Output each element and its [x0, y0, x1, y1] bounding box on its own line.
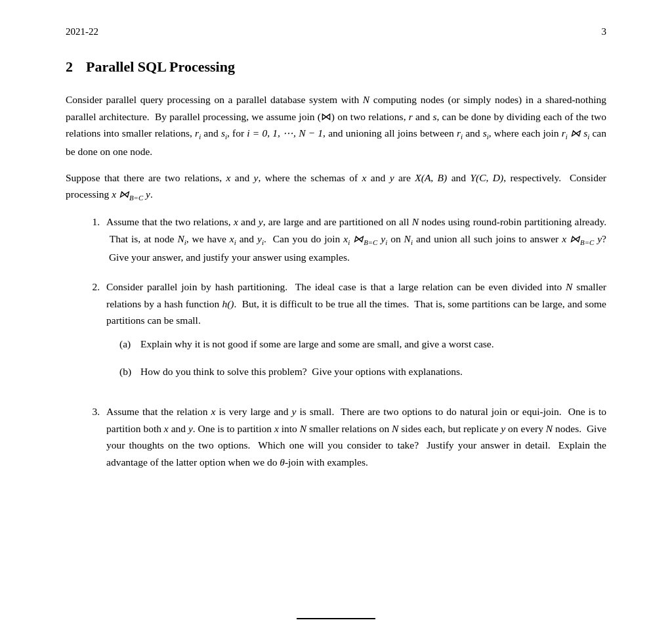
- var-yi: yi: [257, 233, 264, 244]
- sub-item-2b: (b) How do you think to solve this probl…: [119, 363, 606, 380]
- section-number: 2: [66, 58, 73, 76]
- list-num-2: 2.: [85, 278, 100, 390]
- section-heading: 2 Parallel SQL Processing: [66, 58, 606, 76]
- hash-fn: h(): [222, 298, 234, 309]
- join-ri-si: ri ⋈ si: [562, 127, 590, 139]
- page-number: 3: [602, 26, 607, 37]
- page-header: 2021-22 3: [66, 26, 606, 37]
- var-y2: y: [390, 172, 394, 183]
- list-content-1: Assume that the two relations, x and y, …: [106, 213, 606, 265]
- sub-list-2: (a) Explain why it is not good if some a…: [119, 336, 606, 380]
- var-N-3b: N: [392, 423, 398, 434]
- list-content-3: Assume that the relation x is very large…: [106, 403, 606, 470]
- var-si: si: [221, 127, 227, 139]
- sub-content-2a: Explain why it is not good if some are l…: [140, 336, 606, 353]
- sub-num-2b: (b): [119, 363, 134, 380]
- intro-paragraph-2: Suppose that there are two relations, x …: [66, 169, 606, 205]
- var-x-3b: x: [164, 423, 169, 434]
- var-y-1: y: [259, 216, 263, 227]
- var-ri: ri: [195, 127, 201, 139]
- var-y: y: [254, 172, 259, 183]
- var-N: N: [363, 94, 369, 105]
- var-N-3: N: [300, 423, 306, 434]
- questions-list: 1. Assume that the two relations, x and …: [85, 213, 606, 470]
- index-range: i = 0, 1, ⋯, N − 1: [247, 127, 323, 139]
- list-item-1: 1. Assume that the two relations, x and …: [85, 213, 606, 265]
- schema-X: X(A, B): [415, 172, 447, 183]
- sub-item-2a: (a) Explain why it is not good if some a…: [119, 336, 606, 353]
- list-item-3: 3. Assume that the relation x is very la…: [85, 403, 606, 470]
- footer-divider: [297, 618, 375, 619]
- var-r: r: [409, 111, 413, 122]
- var-x-3c: x: [274, 423, 279, 434]
- list-content-2: Consider parallel join by hash partition…: [106, 278, 606, 390]
- bowtie-symbol: ⋈: [321, 111, 331, 122]
- page: 2021-22 3 2 Parallel SQL Processing Cons…: [0, 0, 672, 639]
- list-num-1: 1.: [85, 213, 100, 265]
- page-year: 2021-22: [66, 26, 98, 37]
- theta-join: θ: [280, 456, 285, 468]
- list-item-2: 2. Consider parallel join by hash partit…: [85, 278, 606, 390]
- var-y-3b: y: [188, 423, 193, 434]
- var-xi: xi: [230, 233, 236, 244]
- join-xi-yi: xi ⋈B=C yi: [343, 233, 387, 244]
- var-y-3c: y: [501, 423, 505, 434]
- node-Ni2: Ni: [404, 233, 413, 244]
- var-s: s: [433, 111, 437, 122]
- join-expr: x ⋈B=C y: [112, 188, 150, 200]
- var-x2: x: [362, 172, 367, 183]
- var-x-3: x: [211, 406, 216, 417]
- var-si2: si: [483, 127, 489, 139]
- var-x: x: [226, 172, 231, 183]
- var-N-3c: N: [546, 423, 553, 434]
- var-N-2: N: [566, 281, 572, 292]
- var-y-3: y: [292, 406, 297, 417]
- var-ri2: ri: [457, 127, 463, 139]
- var-x-1: x: [234, 216, 238, 227]
- join-x-y-1: x ⋈B=C y: [562, 233, 602, 244]
- section-title: Parallel SQL Processing: [86, 58, 235, 76]
- var-N-1: N: [412, 216, 419, 227]
- sub-content-2b: How do you think to solve this problem? …: [140, 363, 606, 380]
- node-Ni: Ni: [177, 233, 186, 244]
- schema-Y: Y(C, D): [470, 172, 503, 183]
- sub-num-2a: (a): [119, 336, 134, 353]
- intro-paragraph-1: Consider parallel query processing on a …: [66, 91, 606, 160]
- list-num-3: 3.: [85, 403, 100, 470]
